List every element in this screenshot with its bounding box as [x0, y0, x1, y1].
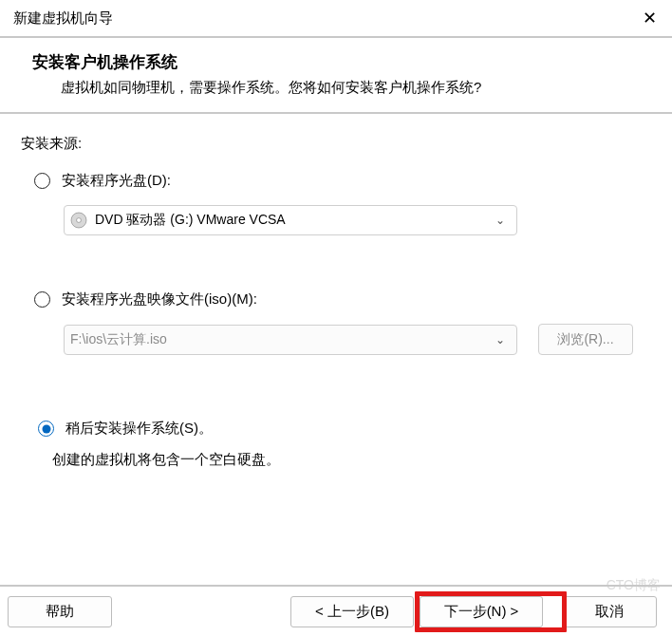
disc-drive-select[interactable]: DVD 驱动器 (G:) VMware VCSA ⌄ — [64, 205, 517, 235]
browse-button-label: 浏览(R)... — [557, 331, 613, 348]
window-title: 新建虚拟机向导 — [13, 9, 113, 28]
next-button-wrap: 下一步(N) > — [420, 596, 562, 627]
option-iso-row[interactable]: 安装程序光盘映像文件(iso)(M): — [34, 290, 653, 309]
help-button[interactable]: 帮助 — [8, 596, 112, 627]
option-disc-row[interactable]: 安装程序光盘(D): — [34, 172, 653, 190]
radio-disc[interactable] — [34, 173, 50, 189]
header-subtitle: 虚拟机如同物理机，需要操作系统。您将如何安装客户机操作系统? — [32, 79, 653, 97]
cancel-button[interactable]: 取消 — [562, 596, 657, 627]
iso-path-text: F:\ios\云计算.iso — [70, 331, 490, 348]
next-button[interactable]: 下一步(N) > — [420, 596, 543, 627]
iso-input-row: F:\ios\云计算.iso ⌄ 浏览(R)... — [64, 324, 653, 355]
next-button-label: 下一步(N) > — [444, 603, 519, 621]
option-later-wrap: 稍后安装操作系统(S)。 创建的虚拟机将包含一个空白硬盘。 — [21, 410, 653, 469]
wizard-body: 安装来源: 安装程序光盘(D): DVD 驱动器 (G:) VMware VCS… — [0, 114, 672, 469]
cancel-button-label: 取消 — [595, 603, 624, 621]
disc-drive-text: DVD 驱动器 (G:) VMware VCSA — [95, 212, 490, 229]
disc-icon — [70, 212, 87, 229]
option-later-row[interactable]: 稍后安装操作系统(S)。 — [38, 420, 653, 438]
svg-point-1 — [77, 218, 82, 223]
browse-button[interactable]: 浏览(R)... — [538, 324, 633, 355]
radio-iso[interactable] — [34, 291, 50, 308]
chevron-down-icon: ⌄ — [490, 333, 511, 346]
header-title: 安装客户机操作系统 — [32, 51, 653, 73]
option-disc-label: 安装程序光盘(D): — [62, 172, 171, 190]
back-button-label: < 上一步(B) — [315, 603, 389, 621]
back-button[interactable]: < 上一步(B) — [290, 596, 414, 627]
radio-later[interactable] — [38, 421, 54, 437]
help-button-label: 帮助 — [46, 603, 74, 621]
chevron-down-icon: ⌄ — [490, 214, 511, 227]
install-source-label: 安装来源: — [21, 135, 653, 153]
close-icon[interactable]: ✕ — [643, 9, 657, 27]
iso-path-select[interactable]: F:\ios\云计算.iso ⌄ — [64, 325, 517, 355]
wizard-header: 安装客户机操作系统 虚拟机如同物理机，需要操作系统。您将如何安装客户机操作系统? — [0, 38, 672, 114]
titlebar: 新建虚拟机向导 ✕ — [0, 0, 672, 38]
option-later-label: 稍后安装操作系统(S)。 — [65, 420, 213, 438]
option-iso-label: 安装程序光盘映像文件(iso)(M): — [62, 290, 257, 309]
wizard-footer: 帮助 < 上一步(B) 下一步(N) > 取消 — [0, 585, 672, 636]
option-later-desc: 创建的虚拟机将包含一个空白硬盘。 — [52, 451, 653, 469]
